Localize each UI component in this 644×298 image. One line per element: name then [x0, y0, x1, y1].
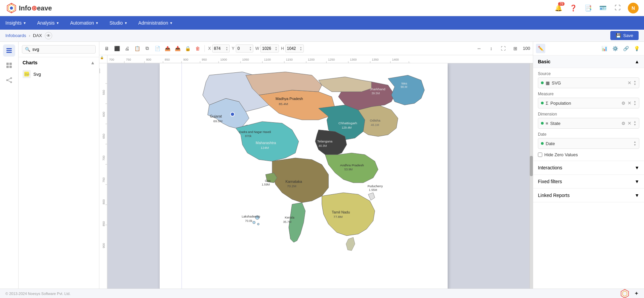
toolbar-forward-btn[interactable]: 📤	[163, 44, 172, 53]
measure-control[interactable]: Σ Population ⚙ ✕ ▲▼	[538, 98, 639, 108]
vertical-guide	[182, 63, 182, 295]
toolbar-back-btn[interactable]: 📥	[173, 44, 182, 53]
chart-item-svg[interactable]: SVG Svg	[19, 68, 99, 80]
source-clear-btn[interactable]: ✕	[627, 80, 632, 86]
dimension-clear-btn[interactable]: ✕	[627, 121, 632, 126]
footer: © 2013-2024 Noesys Software Pvt. Ltd. ✦	[0, 289, 644, 298]
svg-text:1.55M: 1.55M	[369, 188, 377, 192]
measure-label: Measure	[538, 92, 639, 96]
svg-rect-19	[107, 55, 411, 63]
visibility-toggle[interactable]: 👁	[45, 32, 52, 39]
grid-btn[interactable]: ⊞	[511, 44, 520, 53]
w-coord-group: W ▲▼	[255, 44, 279, 53]
search-input[interactable]	[32, 47, 93, 52]
source-arrows[interactable]: ▲▼	[634, 80, 636, 86]
rp-bulb-btn[interactable]: 💡	[632, 44, 641, 53]
charts-collapse-icon[interactable]: ▲	[90, 60, 95, 65]
profile-icon[interactable]: 🪪	[598, 3, 608, 13]
toolbar-print-btn[interactable]: 🖨	[122, 44, 132, 53]
save-button[interactable]: 💾 Save	[610, 31, 639, 40]
horizontal-ruler: 700 750 800 850 900 950 10	[107, 55, 533, 63]
dimension-arrows[interactable]: ▲▼	[634, 120, 636, 126]
source-label: Source	[538, 71, 639, 76]
sidebar-layers-btn[interactable]	[3, 44, 15, 57]
svg-text:1150: 1150	[286, 58, 293, 61]
linked-reports-header[interactable]: Linked Reports ▼	[533, 189, 644, 202]
bookmark-icon[interactable]: 📑	[583, 3, 593, 13]
help-icon[interactable]: ❓	[569, 3, 578, 13]
fit-width-btn[interactable]: ↔	[474, 44, 484, 53]
expand-icon[interactable]: ⛶	[613, 3, 622, 13]
svg-text:Goa: Goa	[265, 179, 271, 183]
dimension-field-row: Dimension ≡ State ⚙ ✕ ▲▼	[538, 112, 639, 129]
footer-logo-icon	[619, 288, 630, 298]
source-table-icon: ▦	[546, 80, 550, 86]
interactions-header[interactable]: Interactions ▼	[533, 161, 644, 174]
toolbar-copy2-btn[interactable]: ⧉	[142, 44, 152, 53]
toolbar-divider1	[204, 45, 205, 52]
svg-text:850: 850	[102, 221, 105, 226]
rp-settings-btn[interactable]: ⚙️	[610, 44, 620, 53]
sidebar-connections-btn[interactable]	[3, 74, 15, 86]
h-value[interactable]	[287, 46, 300, 51]
h-input[interactable]: ▲▼	[285, 44, 304, 53]
logo[interactable]: Info⊛eave	[5, 2, 52, 14]
vertical-scrollbar[interactable]	[529, 63, 533, 295]
nav-insights[interactable]: Insights ▼	[0, 16, 32, 30]
toolbar-lock-btn[interactable]: 🔒	[183, 44, 192, 53]
vertical-scrollbar-thumb[interactable]	[530, 156, 533, 176]
rp-edit-btn[interactable]: ✏️	[536, 44, 545, 53]
fit-all-btn[interactable]: ⛶	[498, 44, 508, 53]
date-control[interactable]: Date ▲▼	[538, 138, 639, 149]
svg-text:Kerala: Kerala	[285, 216, 294, 219]
basic-section-header[interactable]: Basic ▲	[533, 56, 644, 68]
x-coord-group: X ▲▼	[208, 44, 230, 53]
measure-clear-btn[interactable]: ✕	[627, 100, 632, 106]
w-input[interactable]: ▲▼	[260, 44, 279, 53]
source-status-dot	[541, 81, 544, 84]
fit-height-btn[interactable]: ↕	[486, 44, 496, 53]
canvas-content[interactable]: Madhya Pradesh 85.4M Jharkhand 39.5M Guj…	[107, 63, 529, 295]
right-panel: ✏️ 📊 ⚙️ 🔗 💡 Basic ▲ Source ▦ SVG	[533, 42, 644, 298]
toolbar-copy1-btn[interactable]: 📋	[132, 44, 142, 53]
toolbar-delete-btn[interactable]: 🗑	[193, 44, 202, 53]
x-value[interactable]	[214, 46, 226, 51]
toolbar-monitor-btn[interactable]: 🖥	[102, 44, 111, 53]
w-value[interactable]	[262, 46, 275, 51]
insights-dropdown-arrow: ▼	[23, 21, 26, 25]
rp-link-btn[interactable]: 🔗	[621, 44, 631, 53]
date-arrows[interactable]: ▲▼	[634, 140, 636, 146]
interactions-section: Interactions ▼	[533, 161, 644, 175]
toolbar-stop-btn[interactable]: ⬛	[112, 44, 122, 53]
svg-text:Dadra and Nagar Haveli: Dadra and Nagar Haveli	[239, 130, 271, 134]
nav-analysis[interactable]: Analysis ▼	[32, 16, 65, 30]
nav-administration[interactable]: Administration ▼	[133, 16, 179, 30]
y-input[interactable]: ▲▼	[236, 44, 253, 53]
hide-zero-checkbox[interactable]	[538, 153, 542, 157]
rp-chart-btn[interactable]: 📊	[600, 44, 609, 53]
svg-text:900: 900	[183, 58, 188, 61]
breadcrumb-infoboards[interactable]: Infoboards	[5, 33, 26, 38]
dimension-control[interactable]: ≡ State ⚙ ✕ ▲▼	[538, 118, 639, 129]
user-avatar[interactable]: N	[628, 3, 639, 13]
nav-automation[interactable]: Automation ▼	[65, 16, 104, 30]
fixed-filters-label: Fixed filters	[538, 179, 562, 184]
y-value[interactable]	[237, 46, 249, 51]
search-box[interactable]: 🔍	[22, 45, 96, 54]
sidebar-shapes-btn[interactable]	[3, 59, 15, 71]
notification-icon[interactable]: 🔔 79	[554, 3, 563, 13]
measure-gear-btn[interactable]: ⚙	[621, 101, 625, 106]
measure-arrows[interactable]: ▲▼	[634, 100, 636, 106]
linked-reports-section: Linked Reports ▼	[533, 189, 644, 202]
date-status-dot	[541, 142, 544, 145]
dimension-gear-btn[interactable]: ⚙	[621, 121, 625, 126]
date-field-row: Date Date ▲▼	[538, 132, 639, 149]
fixed-filters-header[interactable]: Fixed filters ▼	[533, 175, 644, 188]
svg-line-15	[8, 78, 10, 80]
nav-studio[interactable]: Studio ▼	[104, 16, 133, 30]
toolbar-layers-btn[interactable]: 📄	[153, 44, 162, 53]
svg-point-105	[230, 112, 234, 116]
source-control[interactable]: ▦ SVG ✕ ▲▼	[538, 77, 639, 88]
x-input[interactable]: ▲▼	[212, 44, 230, 53]
fixed-filters-expand-icon: ▼	[635, 179, 639, 184]
